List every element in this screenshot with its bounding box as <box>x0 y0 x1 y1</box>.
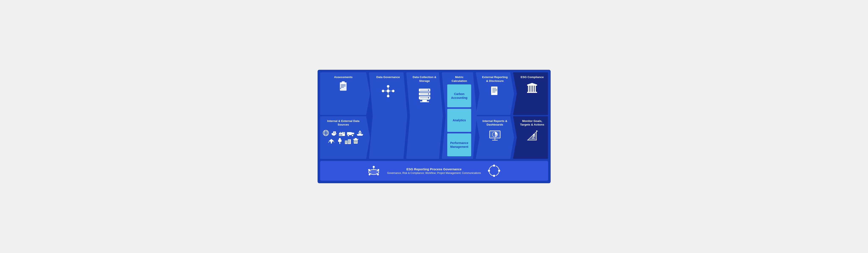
svg-rect-51 <box>355 138 357 139</box>
svg-point-55 <box>386 89 390 92</box>
svg-rect-4 <box>341 87 344 87</box>
svg-point-117 <box>489 166 499 176</box>
clipboard-icon <box>338 81 348 91</box>
col-assessments-data: Assessments Internal & External Data Sou… <box>320 72 370 159</box>
svg-rect-88 <box>527 85 537 86</box>
svg-point-58 <box>387 85 390 88</box>
svg-point-26 <box>352 135 353 136</box>
monitor-goals-block: Monitor Goals, Targets & Actions <box>513 116 548 159</box>
carbon-accounting-label: Carbon Accounting <box>449 92 469 100</box>
svg-rect-2 <box>341 84 346 85</box>
svg-rect-40 <box>346 141 347 142</box>
monitor-goals-title: Monitor Goals, Targets & Actions <box>519 119 546 126</box>
svg-rect-91 <box>531 86 532 92</box>
assessments-title: Assessments <box>334 75 352 79</box>
svg-rect-37 <box>345 141 347 144</box>
svg-rect-22 <box>347 132 352 135</box>
svg-point-111 <box>377 169 379 171</box>
svg-rect-42 <box>346 142 347 143</box>
col-reporting: External Reporting & Disclosure Internal… <box>477 72 514 159</box>
svg-point-118 <box>493 165 495 167</box>
svg-rect-92 <box>533 86 534 92</box>
svg-rect-36 <box>341 139 341 140</box>
data-collection-title: Data Collection & Storage <box>412 75 437 83</box>
internal-reports-block: Internal Reports & Dashboards <box>476 116 514 159</box>
metric-calculation-block: Metric Calculation Carbon Accounting Ana… <box>442 72 477 159</box>
database-icon <box>417 86 432 104</box>
climber-icon <box>526 130 538 141</box>
svg-rect-41 <box>345 142 346 143</box>
svg-rect-68 <box>422 100 427 102</box>
svg-marker-94 <box>527 83 537 85</box>
col-metric-calculation: Metric Calculation Carbon Accounting Ana… <box>443 72 477 159</box>
svg-point-97 <box>533 134 535 136</box>
ship-icon <box>356 130 364 136</box>
esg-compliance-title: ESG Compliance <box>521 75 544 79</box>
analytics-block: Analytics <box>447 109 471 132</box>
external-reporting-title: External Reporting & Disclosure <box>481 75 508 83</box>
svg-point-73 <box>428 89 429 91</box>
building-icon <box>526 83 538 94</box>
performance-management-block: Performance Management <box>447 133 471 156</box>
carbon-accounting-block: Carbon Accounting <box>447 84 471 107</box>
svg-marker-27 <box>357 134 363 136</box>
diagram-container: Assessments Internal & External Data Sou… <box>318 70 551 183</box>
svg-marker-77 <box>497 86 499 88</box>
metric-sub-blocks: Carbon Accounting Analytics Performance … <box>447 84 471 156</box>
col-esg-compliance: ESG Compliance Monitor Goals, Targets & … <box>515 72 548 159</box>
governance-bar: ESG Reporting Process Governance Governa… <box>320 161 548 181</box>
svg-point-75 <box>428 97 429 99</box>
network-icon <box>381 85 395 98</box>
svg-point-121 <box>488 170 490 172</box>
svg-rect-19 <box>340 134 340 136</box>
svg-point-107 <box>373 166 375 168</box>
svg-point-59 <box>387 95 390 97</box>
svg-rect-90 <box>530 86 531 92</box>
svg-rect-31 <box>360 132 361 133</box>
svg-point-120 <box>493 175 495 177</box>
data-governance-title: Data Governance <box>376 75 400 79</box>
document-icon <box>490 86 500 99</box>
svg-rect-89 <box>528 86 529 92</box>
chart-icon <box>489 130 501 142</box>
data-collection-block: Data Collection & Storage <box>406 72 443 159</box>
data-sources-block: Internal & External Data Sources <box>320 116 370 159</box>
data-sources-title: Internal & External Data Sources <box>322 119 365 126</box>
svg-rect-35 <box>338 139 339 140</box>
esg-compliance-block: ESG Compliance <box>513 72 548 115</box>
svg-rect-45 <box>348 141 349 142</box>
svg-point-56 <box>382 90 384 92</box>
globe-icon <box>322 130 329 136</box>
svg-rect-46 <box>349 141 350 142</box>
factory-icon <box>339 130 345 136</box>
svg-marker-16 <box>339 132 341 133</box>
svg-rect-29 <box>360 131 361 132</box>
svg-point-25 <box>347 135 349 136</box>
internal-reports-title: Internal Reports & Dashboards <box>481 119 508 126</box>
svg-rect-30 <box>359 132 360 133</box>
svg-marker-104 <box>536 131 538 132</box>
buildings-icon <box>344 138 351 144</box>
main-diagram: Assessments Internal & External Data Sou… <box>318 70 551 159</box>
svg-point-119 <box>498 170 500 172</box>
governance-text: ESG Reporting Process Governance Governa… <box>387 167 481 174</box>
svg-point-109 <box>368 169 370 171</box>
trash-icon <box>352 138 359 144</box>
metric-calculation-title: Metric Calculation <box>447 75 471 83</box>
svg-rect-39 <box>345 141 346 142</box>
svg-marker-17 <box>341 132 343 133</box>
svg-rect-34 <box>339 142 340 144</box>
connector-icon <box>336 138 343 144</box>
svg-rect-47 <box>348 142 349 143</box>
governance-title: ESG Reporting Process Governance <box>387 167 481 171</box>
svg-rect-3 <box>341 86 346 86</box>
svg-rect-93 <box>535 86 536 92</box>
svg-rect-21 <box>343 133 344 133</box>
svg-rect-1 <box>342 81 345 83</box>
truck-icon <box>347 130 355 136</box>
svg-point-57 <box>392 90 395 92</box>
governance-subtitle: Governance, Risk & Compliance; Workflow;… <box>387 172 481 174</box>
external-reporting-block: External Reporting & Disclosure <box>476 72 514 115</box>
col-data-collection: Data Collection & Storage <box>408 72 443 159</box>
svg-rect-43 <box>348 140 349 141</box>
